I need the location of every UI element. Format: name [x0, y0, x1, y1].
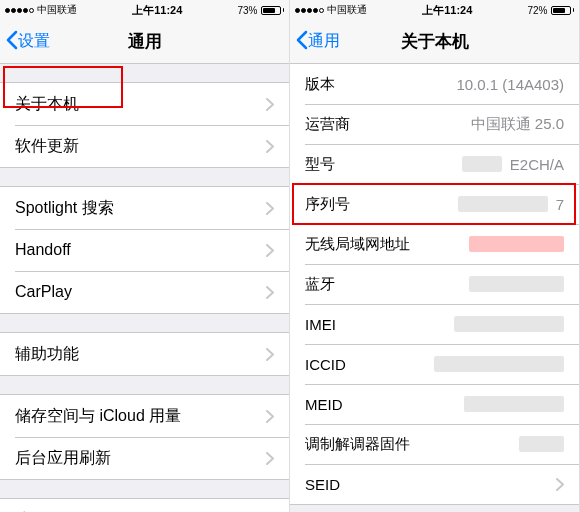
row-label: MEID: [305, 396, 343, 413]
row-value: E2CH/A: [510, 156, 564, 173]
obscured-value: [434, 356, 564, 372]
row-label: 后台应用刷新: [15, 448, 111, 469]
chevron-right-icon: [266, 98, 274, 111]
row-storage-icloud[interactable]: 储存空间与 iCloud 用量: [0, 395, 289, 437]
row-model[interactable]: 型号 E2CH/A: [290, 144, 579, 184]
status-bar: 中国联通 上午11:24 72%: [290, 0, 579, 20]
nav-bar: 设置 通用: [0, 20, 289, 64]
row-accessibility[interactable]: 辅助功能: [0, 333, 289, 375]
row-software-update[interactable]: 软件更新: [0, 125, 289, 167]
chevron-right-icon: [266, 244, 274, 257]
row-label: Handoff: [15, 241, 71, 259]
row-label: 版本: [305, 75, 335, 94]
back-button[interactable]: 设置: [6, 30, 50, 54]
back-label: 通用: [308, 31, 340, 52]
row-modem-firmware[interactable]: 调制解调器固件: [290, 424, 579, 464]
row-seid[interactable]: SEID: [290, 464, 579, 504]
row-label: 蓝牙: [305, 275, 335, 294]
row-serial[interactable]: 序列号 7: [290, 184, 579, 224]
row-background-refresh[interactable]: 后台应用刷新: [0, 437, 289, 479]
obscured-value: [469, 276, 564, 292]
chevron-right-icon: [266, 286, 274, 299]
row-label: ICCID: [305, 356, 346, 373]
row-handoff[interactable]: Handoff: [0, 229, 289, 271]
row-label: IMEI: [305, 316, 336, 333]
chevron-right-icon: [266, 140, 274, 153]
row-label: 型号: [305, 155, 335, 174]
row-label: 序列号: [305, 195, 350, 214]
row-carplay[interactable]: CarPlay: [0, 271, 289, 313]
row-value: 10.0.1 (14A403): [456, 76, 564, 93]
row-about[interactable]: 关于本机: [0, 83, 289, 125]
row-value: 7: [556, 196, 564, 213]
settings-list[interactable]: 关于本机 软件更新 Spotlight 搜索 Handoff CarPlay: [0, 64, 289, 512]
obscured-value: [464, 396, 564, 412]
phone-general-settings: 中国联通 上午11:24 73% 设置 通用 关于本机 软件更新: [0, 0, 290, 512]
row-label: 储存空间与 iCloud 用量: [15, 406, 181, 427]
status-time: 上午11:24: [132, 3, 182, 18]
row-carrier[interactable]: 运营商 中国联通 25.0: [290, 104, 579, 144]
signal-dots-icon: [295, 8, 324, 13]
nav-title: 关于本机: [401, 30, 469, 53]
row-imei[interactable]: IMEI: [290, 304, 579, 344]
obscured-value: [454, 316, 564, 332]
battery-percent: 73%: [237, 5, 257, 16]
obscured-value: [519, 436, 564, 452]
row-label: 无线局域网地址: [305, 235, 410, 254]
row-label: Spotlight 搜索: [15, 198, 114, 219]
back-button[interactable]: 通用: [296, 30, 340, 54]
chevron-right-icon: [556, 478, 564, 491]
row-restrictions[interactable]: 访问限制 关闭: [0, 499, 289, 512]
chevron-left-icon: [296, 30, 308, 54]
battery-percent: 72%: [527, 5, 547, 16]
about-list[interactable]: 版本 10.0.1 (14A403) 运营商 中国联通 25.0 型号 E2CH…: [290, 64, 579, 512]
row-label: 关于本机: [15, 94, 79, 115]
nav-title: 通用: [128, 30, 162, 53]
chevron-right-icon: [266, 202, 274, 215]
chevron-right-icon: [266, 410, 274, 423]
row-bluetooth[interactable]: 蓝牙: [290, 264, 579, 304]
back-label: 设置: [18, 31, 50, 52]
row-meid[interactable]: MEID: [290, 384, 579, 424]
row-label: CarPlay: [15, 283, 72, 301]
battery-icon: [551, 6, 575, 15]
status-time: 上午11:24: [422, 3, 472, 18]
carrier-label: 中国联通: [327, 3, 367, 17]
row-label: SEID: [305, 476, 340, 493]
row-version[interactable]: 版本 10.0.1 (14A403): [290, 64, 579, 104]
phone-about: 中国联通 上午11:24 72% 通用 关于本机 版本 10.0.1 (14A4…: [290, 0, 580, 512]
carrier-label: 中国联通: [37, 3, 77, 17]
chevron-right-icon: [266, 348, 274, 361]
obscured-value: [458, 196, 548, 212]
row-label: 辅助功能: [15, 344, 79, 365]
chevron-left-icon: [6, 30, 18, 54]
nav-bar: 通用 关于本机: [290, 20, 579, 64]
obscured-value: [469, 236, 564, 252]
row-iccid[interactable]: ICCID: [290, 344, 579, 384]
row-wifi-address[interactable]: 无线局域网地址: [290, 224, 579, 264]
obscured-value: [462, 156, 502, 172]
row-label: 软件更新: [15, 136, 79, 157]
row-label: 调制解调器固件: [305, 435, 410, 454]
row-label: 运营商: [305, 115, 350, 134]
chevron-right-icon: [266, 452, 274, 465]
row-value: 中国联通 25.0: [471, 115, 564, 134]
status-bar: 中国联通 上午11:24 73%: [0, 0, 289, 20]
signal-dots-icon: [5, 8, 34, 13]
row-spotlight[interactable]: Spotlight 搜索: [0, 187, 289, 229]
battery-icon: [261, 6, 285, 15]
